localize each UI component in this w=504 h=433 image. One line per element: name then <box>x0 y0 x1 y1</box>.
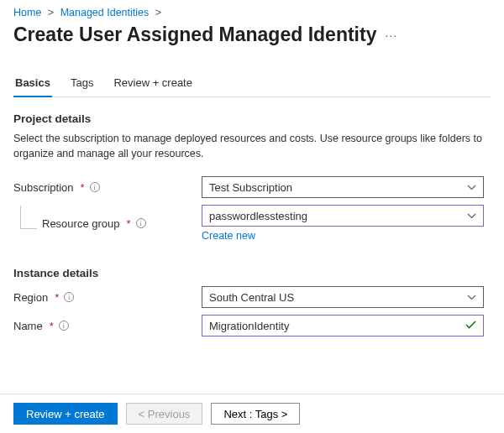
info-icon[interactable]: i <box>90 182 100 192</box>
resource-group-value: passwordlesstesting <box>209 210 467 222</box>
instance-details-heading: Instance details <box>13 267 491 279</box>
tree-connector <box>20 206 37 229</box>
review-create-button[interactable]: Review + create <box>13 403 118 425</box>
info-icon[interactable]: i <box>136 218 146 228</box>
footer-bar: Review + create < Previous Next : Tags > <box>0 394 504 433</box>
info-icon[interactable]: i <box>64 292 74 302</box>
breadcrumb-managed-identities[interactable]: Managed Identities <box>60 7 150 18</box>
project-details-heading: Project details <box>13 112 491 125</box>
resource-group-select[interactable]: passwordlesstesting <box>202 205 484 227</box>
chevron-down-icon <box>467 213 476 219</box>
breadcrumb-home[interactable]: Home <box>13 7 41 18</box>
breadcrumb: Home > Managed Identities > <box>13 7 491 18</box>
check-icon <box>465 320 476 332</box>
project-details-description: Select the subscription to manage deploy… <box>13 132 484 161</box>
next-button[interactable]: Next : Tags > <box>211 403 300 425</box>
required-indicator: * <box>127 217 131 230</box>
region-value: South Central US <box>209 291 467 304</box>
region-label: Region <box>13 291 48 304</box>
chevron-down-icon <box>467 185 476 190</box>
chevron-right-icon: > <box>155 7 161 18</box>
subscription-label: Subscription <box>13 181 74 194</box>
required-indicator: * <box>81 181 85 194</box>
chevron-down-icon <box>467 295 476 300</box>
subscription-select[interactable]: Test Subscription <box>202 176 484 198</box>
tab-basics[interactable]: Basics <box>13 71 52 97</box>
required-indicator: * <box>50 320 54 332</box>
page-title: Create User Assigned Managed Identity <box>13 23 376 46</box>
previous-button: < Previous <box>126 403 203 425</box>
name-input[interactable]: MigrationIdentity <box>202 315 484 336</box>
more-icon[interactable]: ··· <box>385 29 397 42</box>
tab-tags[interactable]: Tags <box>69 71 95 97</box>
chevron-right-icon: > <box>48 7 54 18</box>
tabs: Basics Tags Review + create <box>13 71 491 97</box>
name-value: MigrationIdentity <box>209 320 465 332</box>
subscription-value: Test Subscription <box>209 181 467 194</box>
region-select[interactable]: South Central US <box>202 286 484 308</box>
name-label: Name <box>13 320 43 332</box>
create-new-link[interactable]: Create new <box>202 230 255 242</box>
required-indicator: * <box>55 291 59 304</box>
resource-group-label: Resource group <box>42 217 120 230</box>
info-icon[interactable]: i <box>59 321 69 331</box>
tab-review[interactable]: Review + create <box>112 71 194 97</box>
